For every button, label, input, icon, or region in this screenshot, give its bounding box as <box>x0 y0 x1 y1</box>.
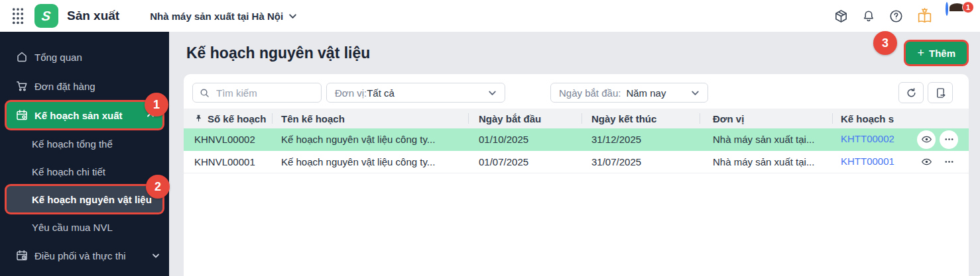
unit-cell: Nhà máy sản xuất tại... <box>700 156 832 167</box>
app-name: Sản xuất <box>67 9 119 23</box>
app-window: S Sản xuất Nhà máy sản xuất tại Hà Nội <box>0 0 980 276</box>
bell-icon[interactable] <box>861 9 876 24</box>
end-date-cell: 31/07/2025 <box>582 156 700 167</box>
annotation-step-1: 1 <box>145 93 168 116</box>
end-date-cell: 31/12/2025 <box>582 134 700 145</box>
col-header-end-date: Ngày kết thúc <box>582 109 700 128</box>
topbar: S Sản xuất Nhà máy sản xuất tại Hà Nội <box>0 0 980 32</box>
chevron-down-icon <box>488 89 497 97</box>
more-actions-button[interactable] <box>940 130 958 149</box>
production-plan-link[interactable]: KHTT00001 <box>841 156 894 167</box>
start-date-filter-dropdown[interactable]: Ngày bắt đầu:Năm nay <box>550 83 708 103</box>
view-button[interactable] <box>917 153 936 171</box>
app-logo-icon: S <box>34 4 58 28</box>
notification-badge: 1 <box>962 1 974 13</box>
sidebar-item-orders[interactable]: Đơn đặt hàng <box>0 71 169 101</box>
home-icon <box>16 51 28 63</box>
sidebar-item-master-plan[interactable]: Kế hoạch tổng thể <box>0 130 169 158</box>
table-row[interactable]: KHNVL00001 Kế hoạch nguyên vật liệu công… <box>184 151 969 173</box>
package-icon[interactable] <box>833 9 849 24</box>
search-icon <box>200 88 210 98</box>
col-header-unit: Đơn vị <box>700 109 832 128</box>
eye-icon <box>921 156 932 167</box>
more-icon <box>944 157 954 167</box>
view-button[interactable] <box>917 130 936 149</box>
workspace-selector[interactable]: Nhà máy sản xuất tại Hà Nội <box>150 11 297 22</box>
export-icon <box>935 87 946 99</box>
chevron-down-icon <box>691 89 700 97</box>
calendar-clock-icon <box>16 250 28 261</box>
export-button[interactable] <box>928 82 953 103</box>
sidebar-item-production-plan[interactable]: Kế hoạch sản xuất <box>7 102 162 128</box>
unit-cell: Nhà máy sản xuất tại... <box>700 134 832 145</box>
search-box[interactable] <box>192 83 322 103</box>
col-header-start-date: Ngày bắt đầu <box>468 109 582 128</box>
search-input[interactable] <box>215 87 314 99</box>
production-plan-link[interactable]: KHTT00002 <box>841 133 894 144</box>
refresh-button[interactable] <box>898 82 924 103</box>
chevron-down-icon <box>152 252 160 259</box>
sidebar-item-detail-plan[interactable]: Kế hoạch chi tiết <box>0 158 169 185</box>
material-plan-card: Đơn vị:Tất cả Ngày bắt đầu:Năm nay <box>184 74 969 276</box>
plan-name-cell: Kế hoạch nguyên vật liệu công ty... <box>272 134 468 145</box>
more-actions-button[interactable] <box>940 153 958 171</box>
col-header-production-plan: Kế hoạch s <box>832 109 912 128</box>
unit-filter-dropdown[interactable]: Đơn vị:Tất cả <box>326 83 505 103</box>
main-content: Kế hoạch nguyên vật liệu + Thêm 3 Đơn vị… <box>169 32 980 276</box>
topbar-actions: 1 <box>833 0 971 32</box>
sidebar-item-overview[interactable]: Tổng quan <box>0 42 169 71</box>
help-icon[interactable] <box>888 9 904 24</box>
sidebar: Tổng quan Đơn đặt hàng Kế hoạch sản xuất… <box>0 32 169 276</box>
table-header: Số kế hoạch Tên kế hoạch Ngày bắt đầu Ng… <box>184 109 969 128</box>
start-date-cell: 01/07/2025 <box>468 156 582 167</box>
calendar-gear-icon <box>16 109 28 121</box>
plan-name-cell: Kế hoạch nguyên vật liệu công ty... <box>272 156 468 167</box>
sidebar-item-material-plan[interactable]: Kế hoạch nguyên vật liệu <box>7 186 162 212</box>
page-title: Kế hoạch nguyên vật liệu <box>186 44 370 62</box>
annotation-step-2: 2 <box>146 175 170 199</box>
add-button[interactable]: + Thêm <box>906 42 967 64</box>
apps-grid-icon[interactable] <box>11 7 25 24</box>
workspace-label: Nhà máy sản xuất tại Hà Nội <box>150 11 283 22</box>
refresh-icon <box>906 87 917 99</box>
plan-code-cell: KHNVL00002 <box>184 134 272 145</box>
more-icon <box>944 134 954 144</box>
table-row[interactable]: KHNVL00002 Kế hoạch nguyên vật liệu công… <box>184 128 969 151</box>
start-date-cell: 01/10/2025 <box>468 134 582 145</box>
plan-code-cell: KHNVL00001 <box>184 156 272 167</box>
col-header-name: Tên kế hoạch <box>272 109 468 128</box>
sidebar-item-dispatch[interactable]: Điều phối và thực thi <box>0 241 169 270</box>
page-header: Kế hoạch nguyên vật liệu + Thêm 3 <box>169 32 980 74</box>
avatar-photo <box>946 2 948 16</box>
pin-icon[interactable] <box>194 114 203 123</box>
cart-icon <box>16 80 28 92</box>
sidebar-item-purchase-request[interactable]: Yêu cầu mua NVL <box>0 213 169 241</box>
filter-bar: Đơn vị:Tất cả Ngày bắt đầu:Năm nay <box>184 74 969 109</box>
plus-icon: + <box>917 46 924 60</box>
guide-icon[interactable] <box>916 8 933 24</box>
annotation-step-3: 3 <box>873 31 897 55</box>
avatar[interactable]: 1 <box>946 3 971 28</box>
chevron-down-icon <box>288 12 297 21</box>
eye-icon <box>921 134 932 145</box>
col-header-code: Số kế hoạch <box>208 113 266 124</box>
